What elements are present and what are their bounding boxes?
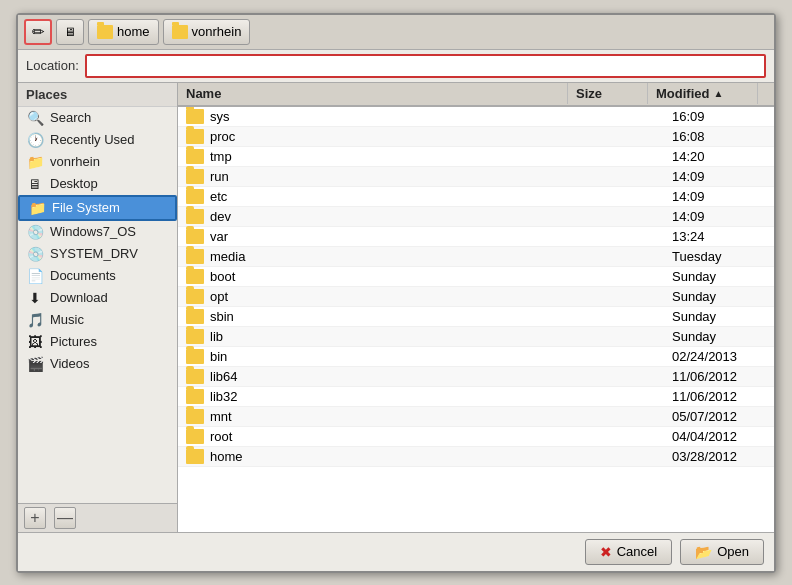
sidebar-item-download[interactable]: ⬇ Download [18,287,177,309]
file-name-label: boot [210,269,235,284]
location-input[interactable] [85,54,766,78]
sidebar-item-videos[interactable]: 🎬 Videos [18,353,177,375]
breadcrumb-home-button[interactable]: home [88,19,159,45]
cancel-button[interactable]: ✖ Cancel [585,539,672,565]
file-name-label: opt [210,289,228,304]
table-row[interactable]: run 14:09 [178,167,774,187]
table-row[interactable]: lib Sunday [178,327,774,347]
main-area: Places 🔍 Search 🕐 Recently Used 📁 vonrhe… [18,83,774,532]
file-name-label: sys [210,109,230,124]
sidebar-item-pictures[interactable]: 🖼 Pictures [18,331,177,353]
table-row[interactable]: lib64 11/06/2012 [178,367,774,387]
sidebar-item-music-label: Music [50,312,84,327]
video-icon: 🎬 [26,356,44,372]
column-header-name[interactable]: Name [178,83,568,104]
table-row[interactable]: boot Sunday [178,267,774,287]
table-row[interactable]: dev 14:09 [178,207,774,227]
file-modified-cell: Sunday [664,289,774,304]
folder-icon [186,169,204,184]
toolbar: ✏ 🖥 home vonrhein [18,15,774,50]
file-name-label: home [210,449,243,464]
search-icon: 🔍 [26,110,44,126]
sidebar: Places 🔍 Search 🕐 Recently Used 📁 vonrhe… [18,83,178,532]
sidebar-item-documents[interactable]: 📄 Documents [18,265,177,287]
sidebar-item-videos-label: Videos [50,356,90,371]
file-name-cell: opt [178,289,584,304]
folder-icon [186,349,204,364]
file-name-label: bin [210,349,227,364]
file-name-cell: root [178,429,584,444]
table-row[interactable]: etc 14:09 [178,187,774,207]
file-name-label: media [210,249,245,264]
table-row[interactable]: sys 16:09 [178,107,774,127]
breadcrumb-vonrhein-button[interactable]: vonrhein [163,19,251,45]
file-name-label: var [210,229,228,244]
breadcrumb-home-label: home [117,24,150,39]
sidebar-item-desktop[interactable]: 🖥 Desktop [18,173,177,195]
folder-icon [186,409,204,424]
table-row[interactable]: root 04/04/2012 [178,427,774,447]
table-row[interactable]: var 13:24 [178,227,774,247]
file-name-label: tmp [210,149,232,164]
sidebar-item-music[interactable]: 🎵 Music [18,309,177,331]
file-name-cell: home [178,449,584,464]
column-header-size[interactable]: Size [568,83,648,104]
folder-icon [186,449,204,464]
file-name-cell: sys [178,109,584,124]
location-bar: Location: [18,50,774,83]
sidebar-item-file-system[interactable]: 📁 File System [18,195,177,221]
sidebar-item-recently-used[interactable]: 🕐 Recently Used [18,129,177,151]
folder-icon [186,269,204,284]
disc-icon: 💿 [26,246,44,262]
file-modified-cell: 14:09 [664,209,774,224]
table-row[interactable]: home 03/28/2012 [178,447,774,467]
open-button[interactable]: 📂 Open [680,539,764,565]
edit-location-button[interactable]: ✏ [24,19,52,45]
table-row[interactable]: proc 16:08 [178,127,774,147]
table-row[interactable]: lib32 11/06/2012 [178,387,774,407]
file-name-cell: proc [178,129,584,144]
sidebar-item-download-label: Download [50,290,108,305]
add-bookmark-button[interactable]: + [24,507,46,529]
file-area: Name Size Modified ▲ sys 16:09 [178,83,774,532]
file-name-label: etc [210,189,227,204]
sidebar-item-system-drv[interactable]: 💿 SYSTEM_DRV [18,243,177,265]
file-name-cell: var [178,229,584,244]
file-name-cell: lib64 [178,369,584,384]
table-row[interactable]: opt Sunday [178,287,774,307]
table-row[interactable]: sbin Sunday [178,307,774,327]
table-row[interactable]: media Tuesday [178,247,774,267]
file-open-dialog: ✏ 🖥 home vonrhein Location: Places 🔍 Sea… [16,13,776,573]
computer-icon: 🖥 [64,25,76,39]
file-list[interactable]: sys 16:09 proc 16:08 tmp 14:20 run [178,107,774,532]
computer-button[interactable]: 🖥 [56,19,84,45]
sidebar-header: Places [18,83,177,107]
sidebar-item-vonrhein-label: vonrhein [50,154,100,169]
sidebar-item-vonrhein[interactable]: 📁 vonrhein [18,151,177,173]
column-header-modified[interactable]: Modified ▲ [648,83,758,104]
sidebar-item-search[interactable]: 🔍 Search [18,107,177,129]
folder-icon [186,129,204,144]
table-row[interactable]: tmp 14:20 [178,147,774,167]
sidebar-item-windows7-label: Windows7_OS [50,224,136,239]
file-modified-cell: 16:09 [664,109,774,124]
file-modified-cell: Sunday [664,309,774,324]
sort-arrow-icon: ▲ [713,88,723,99]
sidebar-item-search-label: Search [50,110,91,125]
location-label: Location: [26,58,79,73]
sidebar-item-windows7-os[interactable]: 💿 Windows7_OS [18,221,177,243]
open-label: Open [717,544,749,559]
table-row[interactable]: mnt 05/07/2012 [178,407,774,427]
folder-icon [186,369,204,384]
file-modified-cell: 11/06/2012 [664,369,774,384]
file-modified-cell: Tuesday [664,249,774,264]
file-modified-cell: 13:24 [664,229,774,244]
clock-icon: 🕐 [26,132,44,148]
remove-bookmark-button[interactable]: — [54,507,76,529]
file-name-cell: dev [178,209,584,224]
file-name-label: sbin [210,309,234,324]
folder-icon [186,149,204,164]
file-modified-cell: 03/28/2012 [664,449,774,464]
table-row[interactable]: bin 02/24/2013 [178,347,774,367]
breadcrumb-vonrhein-label: vonrhein [192,24,242,39]
